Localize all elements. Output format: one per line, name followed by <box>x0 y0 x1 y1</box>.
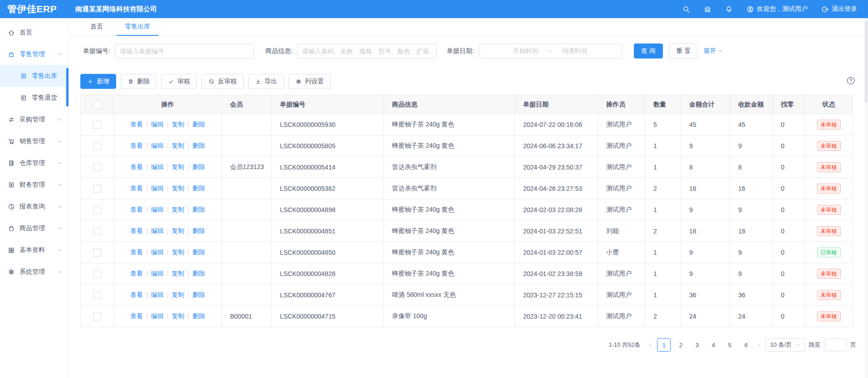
row-checkbox[interactable] <box>93 206 101 214</box>
tab-retail-outbound[interactable]: 零售出库 <box>117 18 158 35</box>
row-action-copy[interactable]: 复制 <box>172 206 184 213</box>
column-settings-button[interactable]: 列设置 <box>289 74 331 89</box>
add-button[interactable]: 新增 <box>80 74 116 89</box>
user-menu[interactable]: 欢迎您，测试用户 <box>746 5 808 13</box>
row-checkbox[interactable] <box>93 121 101 129</box>
product-input[interactable] <box>297 44 437 58</box>
window-scrollbar[interactable] <box>864 18 868 378</box>
expand-link[interactable]: 展开 <box>703 47 723 55</box>
row-action-view[interactable]: 查看 <box>130 270 143 277</box>
row-action-view[interactable]: 查看 <box>130 206 143 213</box>
sidebar-item-retail[interactable]: 零售管理 <box>0 44 69 65</box>
row-action-copy[interactable]: 复制 <box>172 270 184 277</box>
row-action-copy[interactable]: 复制 <box>172 291 184 298</box>
select-all-checkbox[interactable] <box>93 101 101 109</box>
row-action-delete[interactable]: 删除 <box>192 270 205 277</box>
header-bank-button[interactable] <box>704 5 711 13</box>
row-action-view[interactable]: 查看 <box>130 248 143 256</box>
sidebar-subitem-retail-return[interactable]: 零售退货 <box>0 87 69 109</box>
sidebar-subitem-retail-outbound[interactable]: 零售出库 <box>0 65 69 87</box>
bill-no-input[interactable] <box>115 44 254 58</box>
row-action-edit[interactable]: 编辑 <box>151 142 164 149</box>
row-action-copy[interactable]: 复制 <box>172 312 184 320</box>
row-checkbox[interactable] <box>93 163 101 171</box>
sidebar-item-report[interactable]: 报表查询 <box>0 196 69 218</box>
row-action-edit[interactable]: 编辑 <box>151 227 164 234</box>
row-action-copy[interactable]: 复制 <box>172 163 184 170</box>
pagination-page-4[interactable]: 4 <box>707 339 720 351</box>
row-checkbox[interactable] <box>93 248 101 257</box>
sidebar-scrollbar-thumb[interactable] <box>66 68 69 107</box>
row-action-delete[interactable]: 删除 <box>192 142 205 149</box>
help-icon[interactable] <box>846 76 855 85</box>
row-action-edit[interactable]: 编辑 <box>151 163 164 170</box>
row-action-delete[interactable]: 删除 <box>192 291 205 298</box>
row-action-copy[interactable]: 复制 <box>172 248 184 256</box>
status-badge: 未审核 <box>817 269 841 279</box>
row-action-copy[interactable]: 复制 <box>172 227 184 234</box>
header-search-button[interactable] <box>682 5 690 13</box>
row-action-view[interactable]: 查看 <box>130 121 143 128</box>
reset-button[interactable]: 重 置 <box>669 44 698 58</box>
row-action-delete[interactable]: 删除 <box>192 312 205 320</box>
row-action-copy[interactable]: 复制 <box>172 121 184 128</box>
unaudit-button[interactable]: 反审核 <box>201 74 244 89</box>
sidebar-item-system[interactable]: 系统管理 <box>0 261 69 283</box>
row-checkbox[interactable] <box>93 227 101 235</box>
sidebar-item-finance[interactable]: 财务管理 <box>0 174 69 196</box>
row-checkbox[interactable] <box>93 142 101 150</box>
header-notifications-button[interactable] <box>725 5 733 13</box>
row-action-edit[interactable]: 编辑 <box>151 184 164 192</box>
action-separator: | <box>167 312 169 320</box>
row-action-delete[interactable]: 删除 <box>192 184 205 192</box>
row-action-view[interactable]: 查看 <box>130 142 143 149</box>
delete-button[interactable]: 删除 <box>121 74 157 89</box>
row-action-edit[interactable]: 编辑 <box>151 270 164 277</box>
row-action-view[interactable]: 查看 <box>130 227 143 234</box>
pagination-page-2[interactable]: 2 <box>674 339 687 351</box>
row-action-copy[interactable]: 复制 <box>172 142 184 149</box>
table-row: 查看|编辑|复制|删除 LSCK00000004767 啤酒 580ml xxs… <box>81 285 853 306</box>
window-scrollbar-thumb[interactable] <box>865 21 868 102</box>
logout-button[interactable]: 退出登录 <box>821 5 857 13</box>
row-action-view[interactable]: 查看 <box>130 291 143 298</box>
row-action-edit[interactable]: 编辑 <box>151 291 164 298</box>
pagination-page-1[interactable]: 1 <box>657 338 671 352</box>
date-range-input[interactable]: 开始时间 ~ 结束时间 <box>479 44 622 58</box>
table-row: 查看|编辑|复制|删除 LSCK00000004850 蜂蜜柚子茶 240g 黄… <box>81 242 853 263</box>
row-action-copy[interactable]: 复制 <box>172 184 184 192</box>
row-action-delete[interactable]: 删除 <box>192 206 205 213</box>
row-checkbox[interactable] <box>93 312 101 320</box>
row-action-view[interactable]: 查看 <box>130 163 143 170</box>
search-button[interactable]: 查 询 <box>634 44 663 58</box>
row-action-edit[interactable]: 编辑 <box>151 248 164 256</box>
tab-home[interactable]: 首页 <box>82 18 111 35</box>
sidebar-item-purchase[interactable]: 采购管理 <box>0 109 69 131</box>
export-button[interactable]: 导出 <box>248 74 284 89</box>
pagination-prev[interactable] <box>647 342 653 348</box>
page-size-select[interactable]: 10 条/页 <box>765 338 805 352</box>
row-checkbox[interactable] <box>93 291 101 299</box>
row-action-delete[interactable]: 删除 <box>192 248 205 256</box>
row-action-delete[interactable]: 删除 <box>192 121 205 128</box>
pagination-page-6[interactable]: 6 <box>740 339 752 351</box>
pagination-next[interactable] <box>756 342 762 348</box>
pagination-page-5[interactable]: 5 <box>723 339 736 351</box>
row-action-view[interactable]: 查看 <box>130 312 143 320</box>
row-action-view[interactable]: 查看 <box>130 184 143 192</box>
sidebar-item-warehouse[interactable]: 仓库管理 <box>0 152 69 174</box>
jump-input[interactable] <box>824 339 847 351</box>
row-action-edit[interactable]: 编辑 <box>151 206 164 213</box>
row-checkbox[interactable] <box>93 270 101 278</box>
sidebar-item-home[interactable]: 首页 <box>0 22 69 44</box>
row-action-edit[interactable]: 编辑 <box>151 121 164 128</box>
row-action-edit[interactable]: 编辑 <box>151 312 164 320</box>
sidebar-item-goods[interactable]: 商品管理 <box>0 218 69 239</box>
row-action-delete[interactable]: 删除 <box>192 163 205 170</box>
sidebar-item-basic[interactable]: 基本资料 <box>0 239 69 261</box>
sidebar-item-sales[interactable]: 销售管理 <box>0 131 69 152</box>
audit-button[interactable]: 审核 <box>161 74 197 89</box>
row-action-delete[interactable]: 删除 <box>192 227 205 234</box>
pagination-page-3[interactable]: 3 <box>691 339 703 351</box>
row-checkbox[interactable] <box>93 184 101 193</box>
